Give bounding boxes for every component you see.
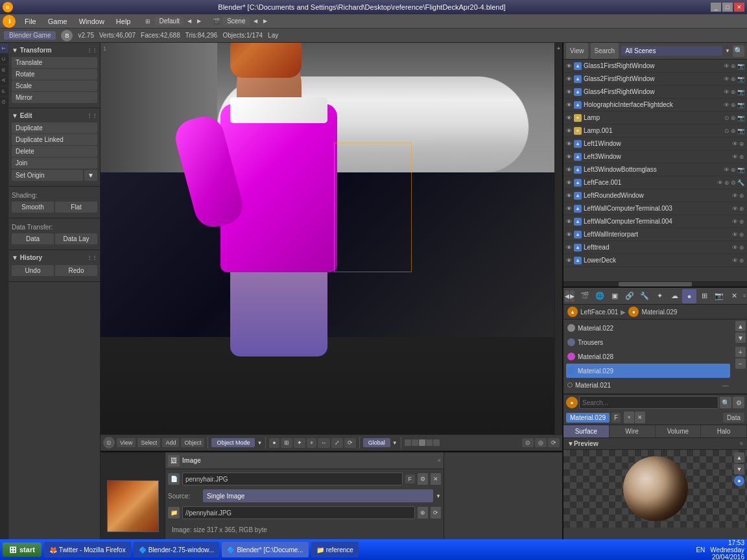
restrict-render-1[interactable]: 📷 — [737, 63, 744, 69]
restrict-select-12[interactable]: ⊕ — [739, 205, 744, 212]
add-menu-btn[interactable]: Add — [162, 438, 179, 447]
mode-selector[interactable]: Object Mode — [211, 438, 255, 447]
object-menu-btn[interactable]: Object — [181, 438, 204, 447]
mat-item-022[interactable]: Material.022 — [566, 321, 730, 335]
vtab-grease[interactable]: G — [0, 96, 8, 107]
restrict-view-10[interactable]: 👁 — [717, 180, 723, 186]
smooth-button[interactable]: Smooth — [12, 202, 54, 213]
restrict-select-10[interactable]: ⊕ — [724, 180, 729, 186]
restrict-view-4[interactable]: 👁 — [724, 102, 729, 108]
mode-dropdown-btn[interactable]: ▼ — [257, 440, 262, 446]
restrict-render-9[interactable]: 📷 — [737, 167, 744, 173]
solid-view-btn[interactable]: ● — [269, 438, 279, 448]
restrict-view-2[interactable]: 👁 — [724, 76, 729, 82]
join-button[interactable]: Join — [12, 158, 97, 169]
image-close-btn[interactable]: ✕ — [431, 473, 441, 485]
preview-header[interactable]: ▼ Preview ≡ — [563, 438, 747, 450]
prop-menu-icon[interactable]: ≡ — [743, 293, 746, 299]
prop-icon-x[interactable]: ✕ — [727, 289, 741, 303]
mat-item-028[interactable]: Material.028 — [566, 349, 730, 364]
mat-slot-up-btn[interactable]: ▲ — [735, 321, 746, 331]
restrict-select-4[interactable]: ⊕ — [731, 102, 736, 108]
restrict-select-16[interactable]: ⊕ — [739, 257, 744, 264]
vis-eye-3[interactable]: 👁 — [566, 89, 572, 95]
restrict-select-8[interactable]: ⊕ — [739, 154, 744, 160]
maximize-button[interactable]: □ — [722, 3, 733, 12]
view-menu-btn[interactable]: View — [117, 438, 136, 447]
restrict-select-15[interactable]: ⊕ — [739, 244, 744, 251]
outliner-item-holo[interactable]: 👁 ▲ HolographicInterfaceFlightdeck 👁 ⊕ 📷 — [563, 99, 747, 111]
outliner-hscroll-thumb[interactable] — [619, 282, 692, 286]
prop-icon-scene[interactable]: 🎬 — [578, 289, 592, 303]
shader-tab-volume[interactable]: Volume — [656, 425, 702, 438]
outliner-search-btn[interactable]: Search — [591, 43, 619, 60]
restrict-select-1[interactable]: ⊕ — [731, 63, 736, 69]
restrict-select-7[interactable]: ⊕ — [739, 141, 744, 147]
menu-window[interactable]: Window — [74, 16, 110, 27]
restrict-select-6[interactable]: ⊕ — [731, 128, 736, 134]
source-dropdown[interactable]: Single Image — [203, 489, 433, 502]
outliner-item-lefttread[interactable]: 👁 ▲ Lefttread 👁 ⊕ — [563, 241, 747, 254]
prop-icon-physics[interactable]: ☁ — [667, 289, 682, 303]
outliner-item-lamp[interactable]: 👁 ● Lamp ⊙ ⊕ 📷 — [563, 111, 747, 124]
vis-eye-12[interactable]: 👁 — [566, 205, 572, 212]
transform-header[interactable]: ▼ Transform ⋮⋮ — [12, 45, 97, 55]
view-btn-4[interactable]: ⌖ — [307, 438, 316, 448]
proportional-btn[interactable]: ◎ — [535, 438, 547, 447]
select-menu-btn[interactable]: Select — [137, 438, 160, 447]
restrict-view-16[interactable]: 👁 — [732, 257, 738, 264]
mirror-button[interactable]: Mirror — [12, 92, 97, 103]
image-filename-input[interactable] — [182, 472, 403, 485]
layer-btn-5[interactable] — [433, 439, 440, 446]
prop-icon-material[interactable]: ● — [682, 289, 696, 303]
restrict-view-13[interactable]: 👁 — [732, 218, 738, 225]
path-browse-btn[interactable]: ⊕ — [418, 507, 428, 519]
toolbar-icon-3[interactable]: ⟳ — [548, 438, 560, 447]
outliner-item-lwct003[interactable]: 👁 ▲ LeftWallComputerTerminal.003 👁 ⊕ — [563, 202, 747, 215]
source-dropdown-arrow[interactable]: ▼ — [436, 493, 441, 499]
restrict-view-8[interactable]: 👁 — [732, 154, 738, 160]
prop-icon-modifier[interactable]: 🔧 — [637, 289, 652, 303]
vp-right-scroll-up[interactable]: ▲ — [556, 45, 561, 50]
global-dropdown[interactable]: Global — [363, 438, 390, 447]
snap-btn[interactable]: ⊙ — [522, 438, 534, 447]
taskbar-reference[interactable]: 📁 reference — [311, 542, 359, 557]
data-button[interactable]: Data — [12, 233, 54, 244]
scene-dropdown-arrow[interactable]: ▼ — [725, 48, 730, 54]
restrict-view-15[interactable]: 👁 — [732, 244, 738, 251]
data-lay-button[interactable]: Data Lay — [55, 233, 97, 244]
image-f-btn[interactable]: F — [405, 474, 416, 484]
view-btn-2[interactable]: ⊞ — [281, 438, 292, 448]
vtab-create[interactable]: C — [0, 53, 8, 64]
undo-button[interactable]: Undo — [12, 265, 54, 276]
restrict-view-5[interactable]: ⊙ — [724, 115, 729, 121]
vtab-tools[interactable]: T — [0, 43, 8, 53]
layer-btn-1[interactable] — [405, 439, 411, 446]
active-mat-name[interactable]: Material.029 — [566, 413, 610, 423]
taskbar-blender-window[interactable]: 🔷 Blender-2.75-window... — [134, 542, 220, 557]
scene-prev-btn[interactable]: ◀ — [251, 16, 260, 27]
shader-tab-surface[interactable]: Surface — [563, 425, 610, 438]
vis-eye-7[interactable]: 👁 — [566, 141, 572, 147]
layer-btn-2[interactable] — [412, 439, 418, 446]
restrict-render-6[interactable]: 📷 — [737, 128, 744, 134]
outliner-item-lamp001[interactable]: 👁 ● Lamp.001 ⊙ ⊕ 📷 — [563, 124, 747, 137]
shader-tab-halo[interactable]: Halo — [701, 425, 747, 438]
history-header[interactable]: ▼ History ⋮⋮ — [12, 253, 97, 262]
outliner-item-lwct004[interactable]: 👁 ▲ LeftWallComputerTerminal.004 👁 ⊕ — [563, 215, 747, 228]
vis-eye-5[interactable]: 👁 — [566, 115, 572, 121]
outliner-item-lwip[interactable]: 👁 ▲ LeftWallInteriorpart 👁 ⊕ — [563, 228, 747, 241]
menu-help[interactable]: Help — [111, 16, 136, 27]
prop-icon-object[interactable]: ▣ — [608, 289, 622, 303]
restrict-view-1[interactable]: 👁 — [724, 63, 729, 69]
vis-eye-10[interactable]: 👁 — [566, 180, 572, 186]
preview-prev-btn[interactable]: ▲ — [734, 452, 744, 463]
start-button[interactable]: ⊞ start — [3, 542, 42, 557]
scale-button[interactable]: Scale — [12, 80, 97, 91]
set-origin-button[interactable]: Set Origin — [12, 170, 83, 181]
set-origin-dropdown[interactable]: ▼ — [84, 170, 97, 181]
outliner-item-left3btm[interactable]: 👁 ▲ Left3WindowBottomglass 👁 ⊕ 📷 — [563, 163, 747, 176]
image-path-input[interactable] — [182, 506, 415, 519]
vis-eye-9[interactable]: 👁 — [566, 167, 572, 173]
restrict-select-13[interactable]: ⊕ — [739, 218, 744, 225]
